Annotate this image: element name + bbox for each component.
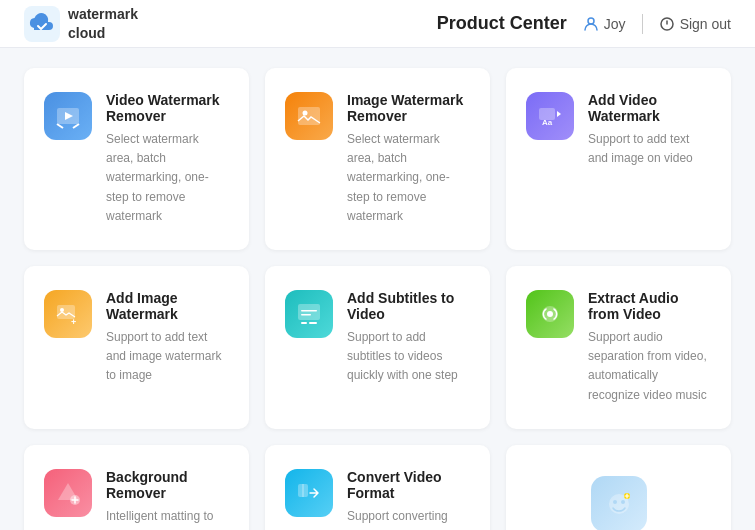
card-desc-add-video-watermark: Support to add text and image on video [588,130,711,168]
main-content: Video Watermark Remover Select watermark… [0,48,755,530]
card-title-convert-video-format: Convert Video Format [347,469,470,501]
card-title-add-image-watermark: Add Image Watermark [106,290,229,322]
svg-marker-10 [557,111,561,117]
svg-rect-15 [298,304,320,320]
card-icon-convert-video-format [285,469,333,517]
card-icon-extract-audio [526,290,574,338]
card-content-convert-video-format: Convert Video Format Support converting … [347,469,470,530]
card-desc-image-watermark-remover: Select watermark area, batch watermarkin… [347,130,470,226]
card-more-features[interactable]: More features are in development, please… [506,445,731,530]
card-icon-add-subtitles [285,290,333,338]
card-title-video-watermark-remover: Video Watermark Remover [106,92,229,124]
svg-rect-19 [301,314,311,316]
svg-rect-16 [301,322,307,324]
card-content-extract-audio: Extract Audio from Video Support audio s… [588,290,711,405]
app-header: watermark cloud Product Center Joy Sign … [0,0,755,48]
card-desc-video-watermark-remover: Select watermark area, batch watermarkin… [106,130,229,226]
card-video-watermark-remover[interactable]: Video Watermark Remover Select watermark… [24,68,249,250]
sign-out-button[interactable]: Sign out [659,16,731,32]
header-divider [642,14,643,34]
card-title-add-subtitles: Add Subtitles to Video [347,290,470,322]
svg-point-25 [613,500,617,504]
logo-text: watermark cloud [68,5,138,41]
card-icon-add-image-watermark: + [44,290,92,338]
svg-line-6 [73,124,79,128]
card-add-image-watermark[interactable]: + Add Image Watermark Support to add tex… [24,266,249,429]
card-icon-image-watermark-remover [285,92,333,140]
svg-rect-7 [298,107,320,125]
card-desc-background-remover: Intelligent matting to remove image back… [106,507,229,530]
card-content-background-remover: Background Remover Intelligent matting t… [106,469,229,530]
card-image-watermark-remover[interactable]: Image Watermark Remover Select watermark… [265,68,490,250]
card-desc-extract-audio: Support audio separation from video, aut… [588,328,711,405]
signout-icon [659,16,675,32]
product-center-label: Product Center [437,13,567,34]
user-button[interactable]: Joy [583,16,626,32]
card-title-image-watermark-remover: Image Watermark Remover [347,92,470,124]
svg-point-1 [588,18,594,24]
card-desc-add-image-watermark: Support to add text and image watermark … [106,328,229,386]
card-background-remover[interactable]: Background Remover Intelligent matting t… [24,445,249,530]
card-icon-more-features [591,476,647,530]
card-desc-add-subtitles: Support to add subtitles to videos quick… [347,328,470,386]
card-convert-video-format[interactable]: Convert Video Format Support converting … [265,445,490,530]
product-grid: Video Watermark Remover Select watermark… [24,68,731,530]
svg-point-8 [303,111,308,116]
card-content-add-subtitles: Add Subtitles to Video Support to add su… [347,290,470,386]
user-name: Joy [604,16,626,32]
header-right: Product Center Joy Sign out [437,13,731,34]
card-content-add-video-watermark: Add Video Watermark Support to add text … [588,92,711,168]
svg-point-26 [621,500,625,504]
card-add-video-watermark[interactable]: Aa Add Video Watermark Support to add te… [506,68,731,250]
card-content-add-image-watermark: Add Image Watermark Support to add text … [106,290,229,386]
svg-line-5 [57,124,63,128]
card-add-subtitles[interactable]: Add Subtitles to Video Support to add su… [265,266,490,429]
card-content-image-watermark-remover: Image Watermark Remover Select watermark… [347,92,470,226]
sign-out-label: Sign out [680,16,731,32]
logo-area: watermark cloud [24,5,138,41]
card-icon-video-watermark-remover [44,92,92,140]
card-icon-add-video-watermark: Aa [526,92,574,140]
svg-text:Aa: Aa [542,118,553,127]
card-icon-background-remover [44,469,92,517]
svg-text:+: + [71,317,76,327]
svg-rect-18 [301,310,317,312]
card-extract-audio[interactable]: Extract Audio from Video Support audio s… [506,266,731,429]
svg-rect-17 [309,322,317,324]
card-title-extract-audio: Extract Audio from Video [588,290,711,322]
user-icon [583,16,599,32]
logo-icon [24,6,60,42]
card-content-video-watermark-remover: Video Watermark Remover Select watermark… [106,92,229,226]
coming-soon-illustration [603,488,635,520]
card-title-add-video-watermark: Add Video Watermark [588,92,711,124]
card-title-background-remover: Background Remover [106,469,229,501]
card-desc-convert-video-format: Support converting video format to MP4 f… [347,507,470,530]
svg-point-21 [547,311,553,317]
